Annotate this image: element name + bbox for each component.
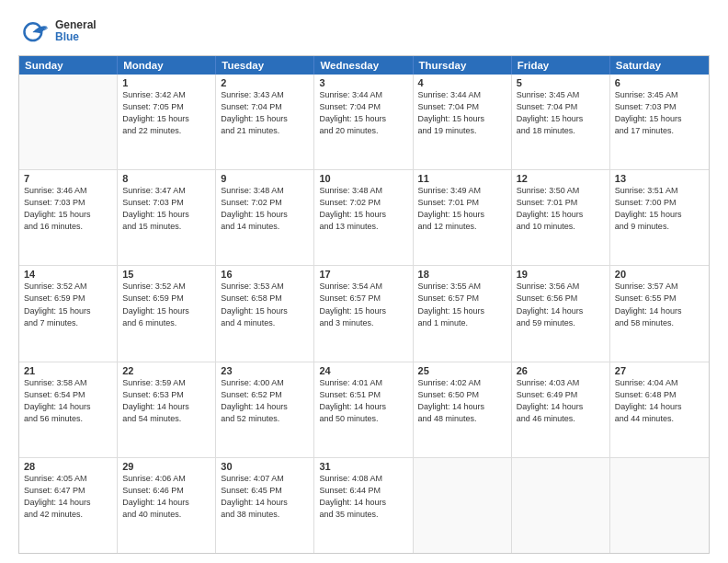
sun-info: Sunrise: 3:56 AMSunset: 6:56 PMDaylight:… (517, 281, 605, 328)
calendar-day-1: 1 Sunrise: 3:42 AMSunset: 7:05 PMDayligh… (118, 75, 216, 169)
calendar-day-25: 25 Sunrise: 4:02 AMSunset: 6:50 PMDaylig… (414, 362, 512, 457)
weekday-header-sunday: Sunday (19, 56, 118, 75)
sun-info: Sunrise: 4:02 AMSunset: 6:50 PMDaylight:… (418, 377, 506, 425)
calendar-day-28: 28 Sunrise: 4:05 AMSunset: 6:47 PMDaylig… (19, 458, 118, 553)
day-number: 4 (418, 77, 506, 88)
weekday-header-wednesday: Wednesday (314, 56, 413, 75)
sun-info: Sunrise: 3:48 AMSunset: 7:02 PMDaylight:… (221, 185, 309, 233)
sun-info: Sunrise: 3:50 AMSunset: 7:01 PMDaylight:… (517, 185, 605, 233)
sun-info: Sunrise: 3:58 AMSunset: 6:54 PMDaylight:… (24, 377, 112, 425)
calendar-day-23: 23 Sunrise: 4:00 AMSunset: 6:52 PMDaylig… (216, 362, 314, 457)
day-number: 13 (615, 173, 704, 184)
sun-info: Sunrise: 3:44 AMSunset: 7:04 PMDaylight:… (418, 89, 506, 137)
sun-info: Sunrise: 3:48 AMSunset: 7:02 PMDaylight:… (319, 185, 407, 233)
sun-info: Sunrise: 3:47 AMSunset: 7:03 PMDaylight:… (122, 185, 210, 233)
sun-info: Sunrise: 4:04 AMSunset: 6:48 PMDaylight:… (615, 377, 704, 425)
sun-info: Sunrise: 4:05 AMSunset: 6:47 PMDaylight:… (24, 473, 112, 521)
day-number: 27 (615, 365, 704, 376)
sun-info: Sunrise: 4:07 AMSunset: 6:45 PMDaylight:… (221, 473, 309, 521)
sun-info: Sunrise: 3:52 AMSunset: 6:59 PMDaylight:… (24, 281, 112, 328)
sun-info: Sunrise: 3:59 AMSunset: 6:53 PMDaylight:… (122, 377, 210, 425)
sun-info: Sunrise: 4:06 AMSunset: 6:46 PMDaylight:… (122, 473, 210, 521)
calendar-header: SundayMondayTuesdayWednesdayThursdayFrid… (19, 56, 709, 75)
day-number: 31 (319, 461, 407, 472)
calendar-day-5: 5 Sunrise: 3:45 AMSunset: 7:04 PMDayligh… (512, 75, 610, 169)
empty-cell (414, 458, 512, 553)
calendar-day-26: 26 Sunrise: 4:03 AMSunset: 6:49 PMDaylig… (512, 362, 610, 457)
sun-info: Sunrise: 3:45 AMSunset: 7:03 PMDaylight:… (615, 89, 704, 137)
day-number: 19 (517, 269, 605, 280)
day-number: 2 (221, 77, 309, 88)
calendar-day-31: 31 Sunrise: 4:08 AMSunset: 6:44 PMDaylig… (314, 458, 413, 553)
sun-info: Sunrise: 4:00 AMSunset: 6:52 PMDaylight:… (221, 377, 309, 425)
calendar-day-8: 8 Sunrise: 3:47 AMSunset: 7:03 PMDayligh… (118, 170, 216, 265)
sun-info: Sunrise: 3:42 AMSunset: 7:05 PMDaylight:… (122, 89, 210, 137)
day-number: 21 (24, 365, 112, 376)
calendar-day-9: 9 Sunrise: 3:48 AMSunset: 7:02 PMDayligh… (216, 170, 314, 265)
calendar-day-20: 20 Sunrise: 3:57 AMSunset: 6:55 PMDaylig… (610, 266, 709, 361)
day-number: 7 (24, 173, 112, 184)
day-number: 9 (221, 173, 309, 184)
logo-text-line2: Blue (55, 31, 97, 43)
calendar-week-1: 1 Sunrise: 3:42 AMSunset: 7:05 PMDayligh… (19, 75, 709, 170)
sun-info: Sunrise: 4:03 AMSunset: 6:49 PMDaylight:… (517, 377, 605, 425)
calendar-day-3: 3 Sunrise: 3:44 AMSunset: 7:04 PMDayligh… (314, 75, 413, 169)
calendar-week-5: 28 Sunrise: 4:05 AMSunset: 6:47 PMDaylig… (19, 458, 709, 553)
weekday-header-tuesday: Tuesday (216, 56, 314, 75)
sun-info: Sunrise: 4:01 AMSunset: 6:51 PMDaylight:… (319, 377, 407, 425)
weekday-header-thursday: Thursday (414, 56, 512, 75)
calendar-page: General Blue SundayMondayTuesdayWednesda… (0, 0, 728, 563)
day-number: 12 (517, 173, 605, 184)
day-number: 24 (319, 365, 407, 376)
sun-info: Sunrise: 3:51 AMSunset: 7:00 PMDaylight:… (615, 185, 704, 233)
day-number: 22 (122, 365, 210, 376)
day-number: 26 (517, 365, 605, 376)
empty-cell (19, 75, 118, 169)
calendar-day-29: 29 Sunrise: 4:06 AMSunset: 6:46 PMDaylig… (118, 458, 216, 553)
calendar-day-17: 17 Sunrise: 3:54 AMSunset: 6:57 PMDaylig… (314, 266, 413, 361)
empty-cell (610, 458, 709, 553)
day-number: 28 (24, 461, 112, 472)
calendar-day-21: 21 Sunrise: 3:58 AMSunset: 6:54 PMDaylig… (19, 362, 118, 457)
day-number: 1 (122, 77, 210, 88)
calendar-day-27: 27 Sunrise: 4:04 AMSunset: 6:48 PMDaylig… (610, 362, 709, 457)
calendar-day-6: 6 Sunrise: 3:45 AMSunset: 7:03 PMDayligh… (610, 75, 709, 169)
calendar-day-18: 18 Sunrise: 3:55 AMSunset: 6:57 PMDaylig… (414, 266, 512, 361)
day-number: 14 (24, 269, 112, 280)
day-number: 10 (319, 173, 407, 184)
calendar-grid: SundayMondayTuesdayWednesdayThursdayFrid… (18, 55, 710, 554)
day-number: 16 (221, 269, 309, 280)
calendar-week-2: 7 Sunrise: 3:46 AMSunset: 7:03 PMDayligh… (19, 170, 709, 266)
sun-info: Sunrise: 3:44 AMSunset: 7:04 PMDaylight:… (319, 89, 407, 137)
day-number: 23 (221, 365, 309, 376)
calendar-day-24: 24 Sunrise: 4:01 AMSunset: 6:51 PMDaylig… (314, 362, 413, 457)
sun-info: Sunrise: 3:46 AMSunset: 7:03 PMDaylight:… (24, 185, 112, 233)
calendar-body: 1 Sunrise: 3:42 AMSunset: 7:05 PMDayligh… (19, 75, 709, 553)
day-number: 30 (221, 461, 309, 472)
calendar-day-14: 14 Sunrise: 3:52 AMSunset: 6:59 PMDaylig… (19, 266, 118, 361)
day-number: 18 (418, 269, 506, 280)
sun-info: Sunrise: 3:55 AMSunset: 6:57 PMDaylight:… (418, 281, 506, 328)
day-number: 25 (418, 365, 506, 376)
calendar-day-30: 30 Sunrise: 4:07 AMSunset: 6:45 PMDaylig… (216, 458, 314, 553)
day-number: 5 (517, 77, 605, 88)
logo: General Blue (18, 15, 97, 48)
page-header: General Blue (18, 15, 710, 48)
logo-svg (18, 15, 51, 48)
day-number: 11 (418, 173, 506, 184)
calendar-day-10: 10 Sunrise: 3:48 AMSunset: 7:02 PMDaylig… (314, 170, 413, 265)
day-number: 6 (615, 77, 704, 88)
calendar-day-22: 22 Sunrise: 3:59 AMSunset: 6:53 PMDaylig… (118, 362, 216, 457)
calendar-day-11: 11 Sunrise: 3:49 AMSunset: 7:01 PMDaylig… (414, 170, 512, 265)
weekday-header-friday: Friday (512, 56, 610, 75)
calendar-day-15: 15 Sunrise: 3:52 AMSunset: 6:59 PMDaylig… (118, 266, 216, 361)
day-number: 29 (122, 461, 210, 472)
day-number: 20 (615, 269, 704, 280)
calendar-day-16: 16 Sunrise: 3:53 AMSunset: 6:58 PMDaylig… (216, 266, 314, 361)
sun-info: Sunrise: 3:57 AMSunset: 6:55 PMDaylight:… (615, 281, 704, 328)
calendar-week-4: 21 Sunrise: 3:58 AMSunset: 6:54 PMDaylig… (19, 362, 709, 458)
calendar-week-3: 14 Sunrise: 3:52 AMSunset: 6:59 PMDaylig… (19, 266, 709, 362)
sun-info: Sunrise: 3:43 AMSunset: 7:04 PMDaylight:… (221, 89, 309, 137)
calendar-day-4: 4 Sunrise: 3:44 AMSunset: 7:04 PMDayligh… (414, 75, 512, 169)
calendar-day-19: 19 Sunrise: 3:56 AMSunset: 6:56 PMDaylig… (512, 266, 610, 361)
